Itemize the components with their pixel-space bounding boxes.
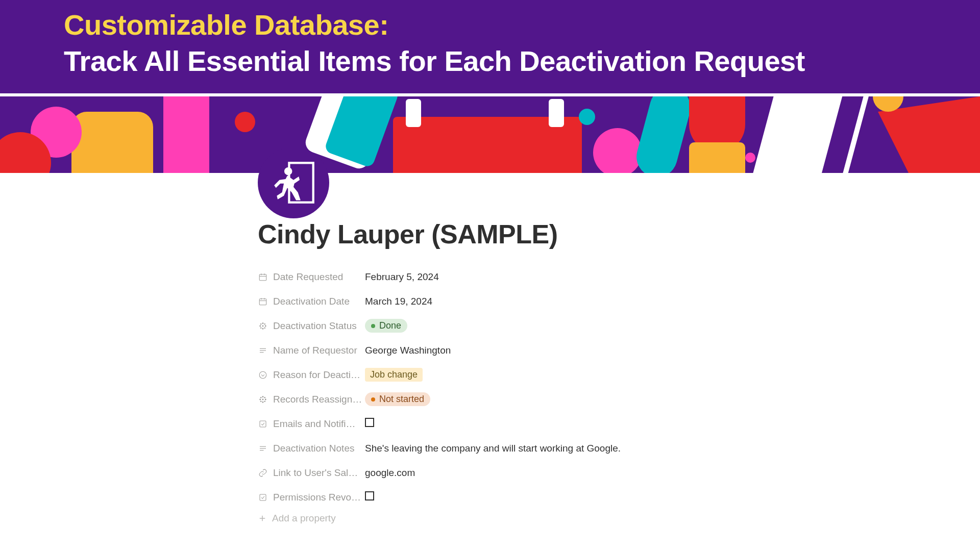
prop-value[interactable] (365, 418, 374, 430)
status-pill-not-started: Not started (365, 392, 430, 406)
svg-rect-54 (260, 421, 266, 427)
prop-value[interactable]: February 5, 2024 (365, 271, 439, 283)
svg-point-34 (262, 328, 263, 329)
checkbox-unchecked[interactable] (365, 491, 374, 500)
prop-emails-notifications[interactable]: Emails and Notifi… (258, 412, 980, 436)
page-title: Cindy Lauper (SAMPLE) (258, 219, 980, 249)
svg-point-37 (261, 323, 262, 324)
status-icon (258, 321, 268, 331)
prop-value[interactable]: Not started (365, 392, 430, 406)
svg-point-5 (235, 112, 255, 132)
svg-point-23 (284, 167, 292, 175)
add-property-label: Add a property (272, 513, 336, 524)
svg-rect-24 (259, 274, 266, 281)
text-icon (258, 443, 268, 454)
link-icon (258, 468, 268, 478)
svg-point-38 (264, 323, 265, 324)
prop-value[interactable] (365, 491, 374, 503)
prop-label: Deactivation Status (273, 320, 357, 332)
prop-value[interactable]: Job change (365, 368, 423, 382)
svg-point-36 (265, 325, 266, 327)
checkbox-icon (258, 419, 268, 429)
hero-banner: Customizable Database: Track All Essenti… (0, 0, 980, 93)
text-icon (258, 345, 268, 356)
prop-label: Permissions Revo… (273, 492, 361, 503)
svg-point-47 (262, 402, 263, 403)
status-icon (258, 394, 268, 405)
svg-point-33 (262, 323, 263, 324)
prop-deactivation-status[interactable]: Deactivation Status Done (258, 314, 980, 338)
hero-title: Customizable Database: (64, 9, 980, 41)
page-content: Cindy Lauper (SAMPLE) Date Requested Feb… (0, 173, 980, 524)
svg-rect-15 (689, 142, 745, 173)
add-property-button[interactable]: Add a property (258, 513, 980, 524)
svg-point-49 (265, 399, 266, 400)
svg-point-50 (261, 397, 262, 398)
checkbox-unchecked[interactable] (365, 418, 374, 427)
prop-label: Emails and Notifi… (273, 418, 356, 430)
svg-point-16 (745, 153, 755, 163)
calendar-icon (258, 272, 268, 282)
page-icon-exit (258, 147, 329, 218)
svg-point-11 (579, 109, 595, 125)
svg-point-35 (260, 325, 261, 327)
svg-rect-58 (260, 494, 266, 500)
svg-point-46 (262, 396, 263, 397)
tag-job-change: Job change (365, 368, 423, 382)
calendar-icon (258, 296, 268, 307)
svg-point-53 (264, 401, 265, 402)
svg-point-39 (261, 328, 262, 329)
svg-rect-9 (406, 99, 421, 127)
prop-permissions-revoked[interactable]: Permissions Revo… (258, 485, 980, 510)
prop-link-salesforce[interactable]: Link to User's Sal… google.com (258, 461, 980, 485)
prop-name-of-requestor[interactable]: Name of Requestor George Washington (258, 338, 980, 363)
prop-value[interactable]: Done (365, 319, 407, 333)
svg-point-40 (264, 328, 265, 329)
prop-deactivation-date[interactable]: Deactivation Date March 19, 2024 (258, 289, 980, 314)
prop-label: Name of Requestor (273, 345, 357, 356)
svg-point-51 (264, 397, 265, 398)
prop-value[interactable]: March 19, 2024 (365, 296, 432, 307)
prop-label: Reason for Deacti… (273, 369, 360, 381)
prop-label: Deactivation Notes (273, 443, 354, 454)
prop-label: Records Reassign… (273, 394, 362, 405)
svg-point-48 (260, 399, 261, 400)
hero-subtitle: Track All Essential Items for Each Deact… (64, 44, 980, 78)
status-pill-done: Done (365, 319, 407, 333)
prop-value[interactable]: google.com (365, 467, 415, 479)
svg-point-45 (262, 399, 263, 400)
svg-point-44 (259, 371, 266, 379)
prop-value[interactable]: George Washington (365, 345, 451, 356)
svg-rect-1 (71, 112, 153, 173)
prop-reason-for-deactivation[interactable]: Reason for Deacti… Job change (258, 363, 980, 387)
prop-value[interactable]: She's leaving the company and will start… (365, 443, 621, 454)
prop-label: Date Requested (273, 271, 343, 283)
prop-records-reassigned[interactable]: Records Reassign… Not started (258, 387, 980, 412)
svg-rect-2 (163, 96, 209, 173)
cover-image (0, 96, 980, 173)
checkbox-icon (258, 492, 268, 503)
svg-rect-28 (259, 299, 266, 305)
prop-deactivation-notes[interactable]: Deactivation Notes She's leaving the com… (258, 436, 980, 461)
select-icon (258, 370, 268, 380)
prop-label: Deactivation Date (273, 296, 350, 307)
svg-point-52 (261, 401, 262, 402)
svg-point-32 (262, 325, 263, 327)
prop-label: Link to User's Sal… (273, 467, 358, 479)
prop-date-requested[interactable]: Date Requested February 5, 2024 (258, 265, 980, 289)
svg-rect-10 (549, 99, 564, 127)
